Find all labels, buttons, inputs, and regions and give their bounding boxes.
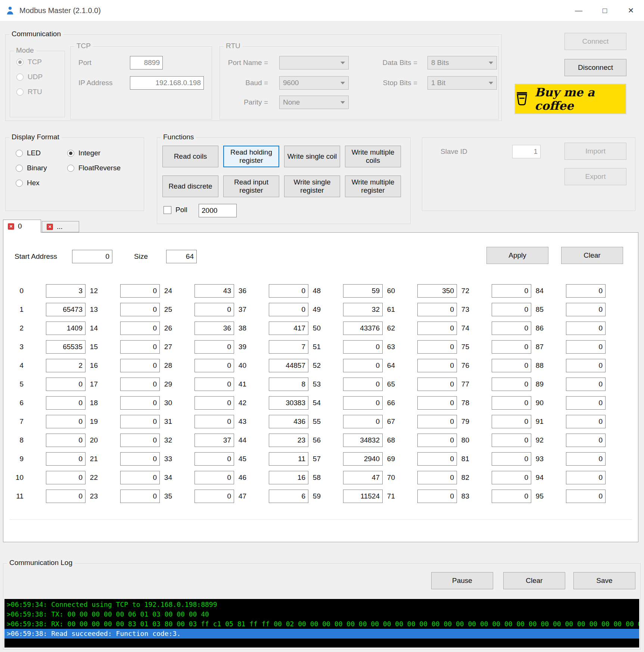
register-value-input[interactable]: 0 <box>566 471 606 484</box>
register-panel: Start Address 0 Size 64 Apply Clear 0316… <box>3 232 638 542</box>
register-index: 65 <box>377 378 395 391</box>
register-index: 31 <box>154 415 172 428</box>
register-index: 0 <box>6 284 24 298</box>
slave-id-input[interactable]: 1 <box>512 145 541 158</box>
register-index: 67 <box>377 415 395 428</box>
register-index: 79 <box>451 415 469 428</box>
radio-label: Binary <box>27 164 47 172</box>
chevron-down-icon <box>340 82 345 84</box>
log-line: >06:59:38: Read succeeded: Function code… <box>4 629 639 639</box>
close-button[interactable]: ✕ <box>618 0 644 21</box>
register-index: 49 <box>303 303 321 316</box>
register-index: 40 <box>228 359 246 372</box>
register-value-input[interactable]: 0 <box>566 284 606 298</box>
register-value-input[interactable]: 0 <box>566 490 606 503</box>
log-line: >06:59:38: TX: 00 00 00 00 00 06 01 03 0… <box>4 609 639 619</box>
stop-bits-value: 1 Bit <box>431 79 445 87</box>
radio-mode-tcp[interactable]: TCP <box>16 58 42 66</box>
data-bits-select[interactable]: 8 Bits <box>427 56 497 69</box>
register-index: 54 <box>303 396 321 410</box>
minimize-button[interactable]: — <box>566 0 592 21</box>
radio-label: LED <box>27 149 41 157</box>
register-index: 95 <box>526 490 544 503</box>
register-value-input[interactable]: 0 <box>566 340 606 354</box>
radio-format-hex[interactable]: Hex <box>16 178 40 187</box>
parity-select[interactable]: None <box>279 96 349 109</box>
radio-format-floatreverse[interactable]: FloatReverse <box>67 164 121 173</box>
register-value-input[interactable]: 0 <box>566 378 606 391</box>
register-index: 44 <box>228 434 246 447</box>
register-value-input[interactable]: 0 <box>566 415 606 428</box>
register-index: 7 <box>6 415 24 428</box>
read-discrete-button[interactable]: Read discrete <box>162 176 218 197</box>
radio-label: Integer <box>78 149 100 157</box>
register-value-input[interactable]: 0 <box>566 303 606 316</box>
radio-icon <box>16 74 24 81</box>
window-controls: — □ ✕ <box>566 0 644 21</box>
coffee-label: Buy me a coffee <box>535 86 626 112</box>
register-index: 19 <box>80 415 98 428</box>
ip-address-input[interactable]: 192.168.0.198 <box>130 76 204 90</box>
tcp-groupbox-label: TCP <box>74 42 93 50</box>
functions-label: Functions <box>161 133 196 141</box>
register-index: 45 <box>228 452 246 466</box>
connect-button[interactable]: Connect <box>564 33 626 50</box>
tab-close-icon[interactable]: ✕ <box>47 224 53 230</box>
register-value-input[interactable]: 0 <box>566 434 606 447</box>
register-index: 76 <box>451 359 469 372</box>
radio-format-led[interactable]: LED <box>16 149 41 158</box>
radio-mode-rtu[interactable]: RTU <box>16 87 42 96</box>
ip-address-label: IP Address <box>78 76 113 90</box>
tab-0[interactable]: ✕ 0 <box>3 220 41 233</box>
write-single-coil-button[interactable]: Write single coil <box>284 146 340 167</box>
read-input-register-button[interactable]: Read input register <box>223 176 279 197</box>
port-name-select[interactable] <box>279 56 349 69</box>
read-coils-button[interactable]: Read coils <box>162 146 218 167</box>
import-button[interactable]: Import <box>564 143 626 160</box>
app-icon <box>5 6 15 15</box>
register-index: 64 <box>377 359 395 372</box>
write-multiple-register-button[interactable]: Write multiple register <box>345 176 401 197</box>
mode-groupbox-label: Mode <box>14 46 36 55</box>
register-index: 60 <box>377 284 395 298</box>
register-index: 86 <box>526 322 544 335</box>
log-clear-button[interactable]: Clear <box>503 572 565 589</box>
register-index: 9 <box>6 452 24 466</box>
disconnect-button[interactable]: Disconnect <box>564 59 626 76</box>
buy-me-a-coffee-button[interactable]: Buy me a coffee <box>514 84 626 114</box>
register-index: 56 <box>303 434 321 447</box>
radio-format-binary[interactable]: Binary <box>16 164 47 173</box>
write-single-register-button[interactable]: Write single register <box>284 176 340 197</box>
tab-close-icon[interactable]: ✕ <box>8 223 14 230</box>
register-value-input[interactable]: 0 <box>566 452 606 466</box>
export-button[interactable]: Export <box>564 168 626 185</box>
radio-format-integer[interactable]: Integer <box>67 149 100 158</box>
baud-label: Baud = <box>220 76 268 90</box>
maximize-button[interactable]: □ <box>592 0 618 21</box>
baud-select[interactable]: 9600 <box>279 76 349 90</box>
register-value-input[interactable]: 0 <box>566 322 606 335</box>
radio-mode-udp[interactable]: UDP <box>16 72 43 81</box>
titlebar: Modbus Master (2.1.0.0) — □ ✕ <box>0 0 644 21</box>
register-index: 12 <box>80 284 98 298</box>
tab-more[interactable]: ✕ ... <box>42 221 79 232</box>
port-input[interactable]: 8899 <box>130 56 163 69</box>
poll-interval-input[interactable]: 2000 <box>199 204 237 217</box>
stop-bits-select[interactable]: 1 Bit <box>427 76 497 90</box>
write-multiple-coils-button[interactable]: Write multiple coils <box>345 146 401 167</box>
pause-button[interactable]: Pause <box>431 572 493 589</box>
register-index: 71 <box>377 490 395 503</box>
poll-checkbox[interactable] <box>164 206 171 214</box>
window-title: Modbus Master (2.1.0.0) <box>19 6 101 15</box>
register-index: 33 <box>154 452 172 466</box>
register-index: 30 <box>154 396 172 410</box>
read-holding-register-button[interactable]: Read holding register <box>223 146 279 167</box>
save-button[interactable]: Save <box>573 572 635 589</box>
register-index: 32 <box>154 434 172 447</box>
register-index: 59 <box>303 490 321 503</box>
register-value-input[interactable]: 0 <box>566 396 606 410</box>
register-value-input[interactable]: 0 <box>566 359 606 372</box>
register-index: 48 <box>303 284 321 298</box>
radio-selected-icon <box>67 150 74 157</box>
log-console[interactable]: >06:59:34: Connected using TCP to 192.16… <box>4 599 639 648</box>
